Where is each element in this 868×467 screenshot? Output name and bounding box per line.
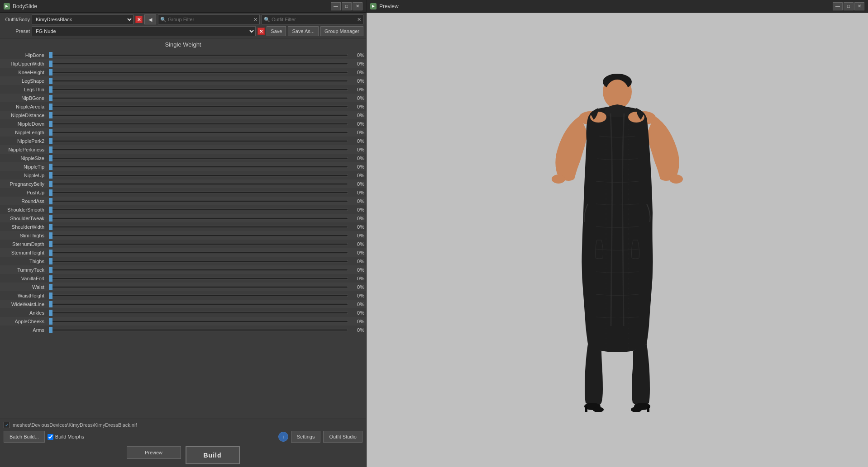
- preview-close-button[interactable]: ✕: [854, 2, 864, 10]
- slider-track-container[interactable]: [49, 61, 348, 67]
- slider-track-container[interactable]: [49, 207, 348, 213]
- slider-track-container[interactable]: [49, 327, 348, 333]
- outfit-filter-clear-icon[interactable]: ✕: [357, 17, 361, 23]
- group-manager-button[interactable]: Group Manager: [320, 26, 363, 36]
- outfit-studio-button[interactable]: Outfit Studio: [323, 431, 362, 443]
- slider-track-container[interactable]: [49, 267, 348, 273]
- slider-thumb[interactable]: [49, 86, 52, 93]
- settings-button[interactable]: Settings: [291, 431, 321, 443]
- group-filter-input[interactable]: [168, 17, 252, 22]
- slider-track-container[interactable]: [49, 155, 348, 161]
- path-checkbox[interactable]: ✓: [4, 422, 10, 428]
- slider-thumb[interactable]: [49, 172, 52, 179]
- build-button[interactable]: Build: [186, 446, 240, 464]
- slider-thumb[interactable]: [49, 121, 52, 127]
- slider-track-container[interactable]: [49, 189, 348, 196]
- slider-thumb[interactable]: [49, 104, 52, 110]
- slider-thumb[interactable]: [49, 241, 52, 247]
- outfit-select[interactable]: KimyDressBlack: [32, 14, 134, 24]
- close-button[interactable]: ✕: [353, 2, 362, 10]
- slider-track-container[interactable]: [49, 172, 348, 179]
- slider-track-container[interactable]: [49, 284, 348, 290]
- outfit-clear-button[interactable]: ✕: [135, 16, 143, 23]
- slider-thumb[interactable]: [49, 292, 52, 299]
- group-filter-clear-icon[interactable]: ✕: [253, 17, 258, 23]
- slider-thumb[interactable]: [49, 310, 52, 316]
- slider-track-container[interactable]: [49, 275, 348, 282]
- slider-thumb[interactable]: [49, 327, 52, 333]
- slider-track-container[interactable]: [49, 121, 348, 127]
- slider-thumb[interactable]: [49, 155, 52, 161]
- slider-track-container[interactable]: [49, 69, 348, 75]
- slider-track-container[interactable]: [49, 250, 348, 256]
- slider-thumb[interactable]: [49, 164, 52, 170]
- preview-viewport[interactable]: [367, 13, 868, 467]
- slider-thumb[interactable]: [49, 189, 52, 196]
- preset-select[interactable]: FG Nude: [32, 26, 256, 36]
- slider-thumb[interactable]: [49, 181, 52, 187]
- batch-build-button[interactable]: Batch Build...: [4, 431, 45, 443]
- slider-track-container[interactable]: [49, 310, 348, 316]
- info-button[interactable]: i: [278, 432, 288, 442]
- slider-track-container[interactable]: [49, 78, 348, 84]
- slider-track-container[interactable]: [49, 198, 348, 204]
- slider-thumb[interactable]: [49, 224, 52, 230]
- slider-thumb[interactable]: [49, 95, 52, 101]
- save-button[interactable]: Save: [267, 26, 286, 36]
- slider-thumb[interactable]: [49, 267, 52, 273]
- slider-track-container[interactable]: [49, 215, 348, 222]
- bottom-area: ✓ meshes\DeviousDevices\KimyDress\KimyDr…: [0, 419, 366, 467]
- slider-track-container[interactable]: [49, 52, 348, 58]
- minimize-button[interactable]: —: [331, 2, 341, 10]
- slider-thumb[interactable]: [49, 138, 52, 144]
- outfit-filter-box[interactable]: 🔍 ✕: [262, 14, 363, 24]
- slider-thumb[interactable]: [49, 258, 52, 264]
- slider-name: KneeHeight: [2, 70, 47, 75]
- slider-track-container[interactable]: [49, 86, 348, 93]
- slider-track-container[interactable]: [49, 241, 348, 247]
- preview-minimize-button[interactable]: —: [833, 2, 843, 10]
- build-morphs-checkbox[interactable]: [48, 434, 53, 440]
- slider-track-container[interactable]: [49, 292, 348, 299]
- maximize-button[interactable]: □: [342, 2, 352, 10]
- slider-value: 0%: [350, 250, 364, 255]
- slider-thumb[interactable]: [49, 52, 52, 58]
- preset-clear-button[interactable]: ✕: [258, 28, 265, 35]
- slider-thumb[interactable]: [49, 207, 52, 213]
- slider-thumb[interactable]: [49, 61, 52, 67]
- slider-thumb[interactable]: [49, 146, 52, 153]
- slider-thumb[interactable]: [49, 275, 52, 282]
- slider-thumb[interactable]: [49, 301, 52, 307]
- slider-thumb[interactable]: [49, 69, 52, 75]
- slider-thumb[interactable]: [49, 284, 52, 290]
- slider-track-container[interactable]: [49, 258, 348, 264]
- slider-track-container[interactable]: [49, 164, 348, 170]
- slider-thumb[interactable]: [49, 232, 52, 239]
- slider-thumb[interactable]: [49, 112, 52, 118]
- slider-track-container[interactable]: [49, 318, 348, 325]
- slider-thumb[interactable]: [49, 78, 52, 84]
- slider-track-container[interactable]: [49, 301, 348, 307]
- slider-track-container[interactable]: [49, 129, 348, 136]
- preview-maximize-button[interactable]: □: [844, 2, 854, 10]
- slider-track-container[interactable]: [49, 232, 348, 239]
- slider-track-container[interactable]: [49, 181, 348, 187]
- preview-button[interactable]: Preview: [127, 446, 181, 459]
- slider-track-container[interactable]: [49, 104, 348, 110]
- slider-row: LegShape0%: [0, 76, 366, 85]
- slider-value: 0%: [350, 302, 364, 307]
- slider-thumb[interactable]: [49, 198, 52, 204]
- slider-track-container[interactable]: [49, 146, 348, 153]
- slider-track-container[interactable]: [49, 95, 348, 101]
- slider-track-container[interactable]: [49, 138, 348, 144]
- slider-thumb[interactable]: [49, 250, 52, 256]
- save-as-button[interactable]: Save As...: [288, 26, 319, 36]
- slider-thumb[interactable]: [49, 318, 52, 325]
- slider-track-container[interactable]: [49, 112, 348, 118]
- slider-thumb[interactable]: [49, 129, 52, 136]
- slider-thumb[interactable]: [49, 215, 52, 222]
- slider-track-container[interactable]: [49, 224, 348, 230]
- preview-shape-button[interactable]: ◀: [144, 14, 156, 24]
- outfit-filter-input[interactable]: [272, 17, 356, 22]
- group-filter-box[interactable]: 🔍 ✕: [158, 14, 260, 24]
